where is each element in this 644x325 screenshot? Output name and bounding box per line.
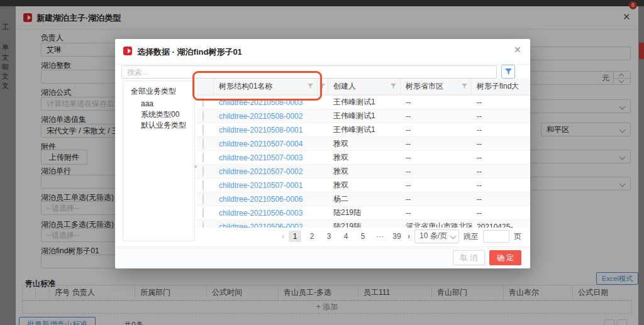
- page-number[interactable]: 5: [357, 231, 369, 242]
- row-name-link[interactable]: childtree-20210507-0003: [214, 153, 318, 162]
- tree-item-system[interactable]: 系统类型00: [123, 109, 194, 120]
- page-number[interactable]: 2: [306, 231, 318, 242]
- col-header-find[interactable]: 树形子find大: [472, 79, 530, 95]
- page-ellipsis[interactable]: ···: [374, 231, 386, 242]
- row-name-link[interactable]: childtree-20210507-0002: [214, 167, 318, 176]
- row-name-link[interactable]: childtree-20210507-0001: [214, 181, 318, 190]
- pagination: ‹ 1 2 3 4 5 ··· 39 › 10 条/页 跳至 页: [282, 229, 521, 243]
- row-radio[interactable]: [203, 124, 204, 136]
- funnel-icon: [505, 69, 512, 75]
- table-header-row: 树形结构01名称 创建人 树形省市区 树形子fi: [197, 79, 530, 96]
- row-radio[interactable]: [203, 138, 204, 150]
- cancel-button[interactable]: 取 消: [453, 250, 485, 265]
- page-number[interactable]: 1: [289, 231, 301, 242]
- col-header-tree-name[interactable]: 树形结构01名称: [214, 79, 318, 95]
- screen: 8 工 单 文 朝 文 文 新建湖泊主子·湖泊类型 ✕ 负责人 湖泊整数 湖泊公…: [0, 0, 644, 325]
- row-name-link[interactable]: childtree-20210506-0002: [214, 223, 318, 228]
- table-row[interactable]: childtree-20210508-0001 王伟峰测试1 -- --: [197, 123, 530, 137]
- row-name-link[interactable]: childtree-20210508-0003: [214, 98, 318, 107]
- modal-header: 选择数据 · 湖泊find树形子01 ✕: [115, 39, 530, 65]
- row-name-link[interactable]: childtree-20210508-0002: [214, 112, 318, 121]
- funnel-icon[interactable]: [391, 84, 396, 89]
- row-radio[interactable]: [203, 96, 204, 108]
- jump-unit-label: 页: [514, 231, 521, 242]
- page-prev-button[interactable]: ‹: [282, 232, 284, 241]
- tree-item-all[interactable]: 全部业务类型: [123, 86, 194, 97]
- table-row[interactable]: childtree-20210506-0003 陆219陆 -- --: [197, 206, 530, 220]
- business-type-tree: 全部业务类型 aaa 系统类型00 默认业务类型: [123, 80, 195, 241]
- confirm-button[interactable]: 确 定: [489, 250, 521, 265]
- jump-page-input[interactable]: [483, 230, 509, 243]
- table-row[interactable]: childtree-20210507-0001 雅双 -- --: [197, 179, 530, 192]
- col-header-extra[interactable]: [318, 79, 328, 95]
- row-name-link[interactable]: childtree-20210506-0006: [214, 195, 318, 204]
- page-number[interactable]: 39: [391, 231, 403, 242]
- search-input[interactable]: [121, 65, 497, 79]
- table-row[interactable]: childtree-20210507-0002 雅双 -- --: [197, 165, 530, 179]
- row-radio[interactable]: [203, 151, 204, 163]
- row-radio[interactable]: [203, 165, 204, 177]
- table-row[interactable]: childtree-20210508-0002 王伟峰测试1 -- --: [197, 109, 530, 123]
- result-table: 树形结构01名称 创建人 树形省市区 树形子fi: [197, 79, 530, 228]
- page-next-button[interactable]: ›: [408, 232, 410, 241]
- table-row[interactable]: childtree-20210507-0004 雅双 -- --: [197, 137, 530, 151]
- row-name-link[interactable]: childtree-20210507-0004: [214, 140, 318, 148]
- page-number[interactable]: 4: [340, 231, 352, 242]
- row-radio[interactable]: [203, 110, 204, 122]
- funnel-icon[interactable]: [462, 84, 467, 89]
- row-name-link[interactable]: childtree-20210508-0001: [214, 126, 318, 135]
- chevron-down-icon: [450, 233, 457, 240]
- row-radio[interactable]: [203, 193, 204, 205]
- modal-title: 选择数据 · 湖泊find树形子01: [137, 47, 242, 58]
- filter-button[interactable]: [501, 65, 515, 79]
- page-size-select[interactable]: 10 条/页: [414, 229, 459, 243]
- row-radio[interactable]: [203, 207, 204, 219]
- modal-footer: 取 消 确 定: [115, 246, 530, 268]
- row-name-link[interactable]: childtree-20210506-0003: [214, 209, 318, 218]
- table-row[interactable]: childtree-20210507-0003 雅双 -- --: [197, 151, 530, 165]
- table-row[interactable]: childtree-20210506-0002 陆219陆 河北省唐山市路北区 …: [197, 220, 530, 228]
- app-logo-icon: [123, 47, 132, 55]
- tree-item-aaa[interactable]: aaa: [123, 99, 194, 109]
- funnel-icon[interactable]: [308, 84, 313, 89]
- funnel-icon[interactable]: [319, 84, 325, 89]
- table-row[interactable]: childtree-20210506-0006 杨二 -- --: [197, 192, 530, 206]
- col-header-creator[interactable]: 创建人: [328, 79, 401, 95]
- select-data-modal: 选择数据 · 湖泊find树形子01 ✕ 全部业务类型 aaa 系统类型00 默…: [115, 39, 530, 268]
- page-number[interactable]: 3: [323, 231, 335, 242]
- row-radio[interactable]: [203, 221, 204, 228]
- table-row[interactable]: childtree-20210508-0003 王伟峰测试1 -- --: [197, 96, 530, 109]
- tree-item-default[interactable]: 默认业务类型: [123, 120, 194, 131]
- modal-close-icon[interactable]: ✕: [514, 45, 521, 55]
- jump-label: 跳至: [464, 231, 479, 242]
- col-header-region[interactable]: 树形省市区: [401, 79, 472, 95]
- row-radio[interactable]: [203, 179, 204, 191]
